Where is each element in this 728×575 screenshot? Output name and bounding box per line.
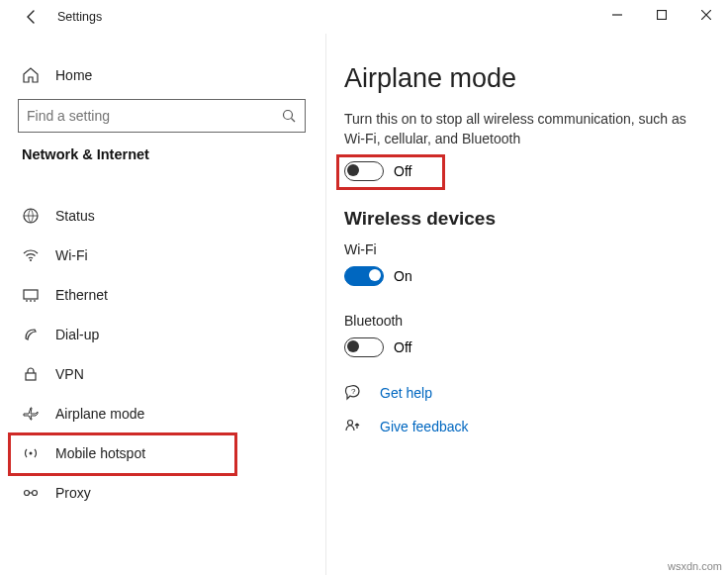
get-help-link[interactable]: ? Get help	[344, 384, 728, 402]
search-icon	[281, 108, 297, 124]
category-heading: Network & Internet	[22, 146, 316, 162]
wifi-label: Wi-Fi	[344, 241, 728, 257]
svg-text:?: ?	[351, 387, 356, 396]
bluetooth-label: Bluetooth	[344, 313, 728, 329]
sidebar-item-label: Airplane mode	[55, 406, 144, 422]
home-label: Home	[55, 67, 92, 83]
help-link-text: Get help	[380, 385, 432, 401]
wireless-heading: Wireless devices	[344, 208, 728, 230]
sidebar-item-airplane[interactable]: Airplane mode	[14, 394, 316, 433]
sidebar-item-label: Dial-up	[55, 327, 99, 342]
wifi-icon	[20, 246, 42, 264]
svg-point-7	[25, 491, 30, 496]
svg-point-3	[30, 259, 32, 261]
sidebar-item-label: VPN	[55, 366, 84, 382]
sidebar-item-hotspot[interactable]: Mobile hotspot	[14, 433, 316, 473]
sidebar-item-label: Mobile hotspot	[55, 445, 145, 461]
svg-point-1	[284, 111, 293, 120]
bluetooth-toggle-state: Off	[394, 339, 411, 355]
sidebar-item-label: Wi-Fi	[55, 247, 88, 263]
airplane-icon	[20, 405, 42, 423]
maximize-button[interactable]	[639, 0, 683, 30]
page-description: Turn this on to stop all wireless commun…	[344, 110, 728, 148]
svg-point-8	[33, 491, 38, 496]
sidebar-item-dialup[interactable]: Dial-up	[14, 315, 316, 354]
watermark: wsxdn.com	[668, 560, 722, 572]
proxy-icon	[20, 484, 42, 502]
sidebar-item-status[interactable]: Status	[14, 196, 316, 236]
hotspot-icon	[20, 444, 42, 462]
airplane-toggle-state: Off	[394, 163, 411, 179]
feedback-link-text: Give feedback	[380, 419, 469, 434]
home-icon	[20, 66, 42, 84]
status-icon	[20, 207, 42, 225]
search-input[interactable]	[18, 99, 306, 133]
home-nav[interactable]: Home	[14, 55, 316, 95]
airplane-toggle[interactable]	[344, 161, 384, 181]
wifi-toggle[interactable]	[344, 266, 384, 286]
svg-point-10	[348, 421, 353, 426]
feedback-link[interactable]: Give feedback	[344, 418, 728, 435]
close-button[interactable]	[683, 0, 728, 30]
sidebar-item-proxy[interactable]: Proxy	[14, 473, 316, 513]
page-title: Airplane mode	[344, 63, 728, 94]
sidebar-item-label: Status	[55, 208, 95, 224]
main-panel: Airplane mode Turn this on to stop all w…	[326, 34, 728, 575]
window-title: Settings	[57, 10, 102, 24]
back-button[interactable]	[16, 1, 47, 33]
minimize-button[interactable]	[594, 0, 639, 30]
feedback-icon	[344, 418, 368, 435]
sidebar-item-label: Ethernet	[55, 287, 108, 303]
sidebar: Home Network & Internet Status Wi-Fi Eth…	[0, 34, 326, 575]
dialup-icon	[20, 326, 42, 343]
svg-rect-0	[657, 11, 666, 20]
vpn-icon	[20, 365, 42, 383]
wifi-toggle-state: On	[394, 268, 412, 284]
svg-rect-5	[26, 373, 36, 380]
svg-rect-4	[24, 290, 38, 299]
svg-point-6	[30, 452, 33, 455]
sidebar-item-ethernet[interactable]: Ethernet	[14, 275, 316, 315]
sidebar-item-wifi[interactable]: Wi-Fi	[14, 236, 316, 275]
bluetooth-toggle[interactable]	[344, 337, 384, 357]
sidebar-item-label: Proxy	[55, 485, 91, 501]
help-icon: ?	[344, 384, 368, 402]
ethernet-icon	[20, 286, 42, 304]
sidebar-item-vpn[interactable]: VPN	[14, 354, 316, 394]
